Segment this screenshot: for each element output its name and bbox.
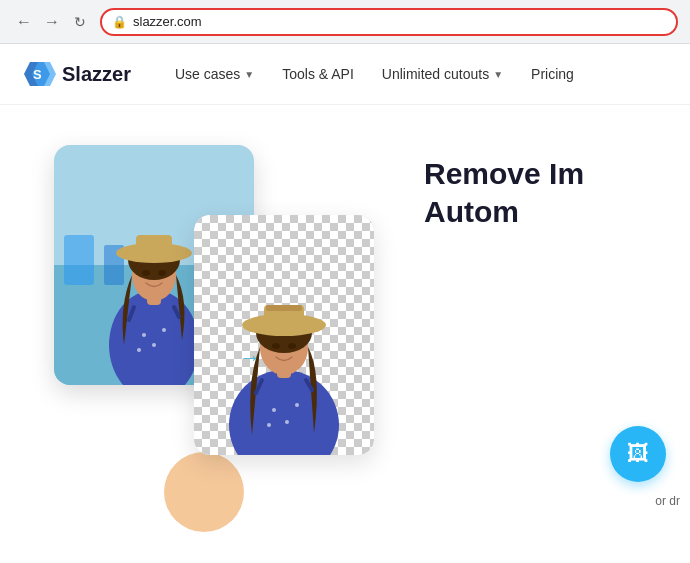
chevron-down-icon-2: ▼ bbox=[493, 69, 503, 80]
chevron-down-icon: ▼ bbox=[244, 69, 254, 80]
site-nav: S Slazzer Use cases ▼ Tools & API Unlimi… bbox=[0, 44, 690, 105]
svg-rect-8 bbox=[64, 235, 94, 285]
svg-point-40 bbox=[288, 343, 296, 349]
svg-point-30 bbox=[285, 420, 289, 424]
browser-nav-buttons: ← → ↻ bbox=[12, 10, 92, 34]
browser-chrome: ← → ↻ 🔒 slazzer.com bbox=[0, 0, 690, 44]
nav-use-cases-label: Use cases bbox=[175, 66, 240, 82]
svg-point-21 bbox=[142, 270, 150, 276]
upload-button[interactable]: 🖼 bbox=[610, 426, 666, 482]
upload-icon: 🖼 bbox=[627, 441, 649, 467]
nav-tools-api-label: Tools & API bbox=[282, 66, 354, 82]
nav-pricing-label: Pricing bbox=[531, 66, 574, 82]
nav-unlimited-cutouts-label: Unlimited cutouts bbox=[382, 66, 489, 82]
forward-button[interactable]: → bbox=[40, 10, 64, 34]
lock-icon: 🔒 bbox=[112, 15, 127, 29]
transition-arrow: → bbox=[239, 345, 261, 371]
svg-point-15 bbox=[137, 348, 141, 352]
nav-unlimited-cutouts[interactable]: Unlimited cutouts ▼ bbox=[370, 60, 515, 88]
svg-text:S: S bbox=[33, 67, 42, 82]
hero-title-line2: Autom bbox=[424, 195, 519, 228]
hero-text: Remove Im Autom bbox=[404, 135, 666, 562]
back-button[interactable]: ← bbox=[12, 10, 36, 34]
logo-text: Slazzer bbox=[62, 63, 131, 86]
svg-rect-38 bbox=[266, 305, 302, 311]
svg-rect-20 bbox=[136, 235, 172, 255]
website-content: S Slazzer Use cases ▼ Tools & API Unlimi… bbox=[0, 44, 690, 563]
url-text: slazzer.com bbox=[133, 14, 202, 29]
cutout-image-card bbox=[194, 215, 374, 455]
svg-point-29 bbox=[272, 408, 276, 412]
svg-point-13 bbox=[152, 343, 156, 347]
hero-section: → bbox=[0, 105, 690, 562]
nav-links: Use cases ▼ Tools & API Unlimited cutout… bbox=[163, 60, 586, 88]
or-drop-label: or dr bbox=[655, 494, 680, 508]
nav-tools-api[interactable]: Tools & API bbox=[270, 60, 366, 88]
svg-point-31 bbox=[295, 403, 299, 407]
decorative-circle bbox=[164, 452, 244, 532]
address-bar[interactable]: 🔒 slazzer.com bbox=[100, 8, 678, 36]
svg-point-12 bbox=[142, 333, 146, 337]
nav-pricing[interactable]: Pricing bbox=[519, 60, 586, 88]
hero-title-line1: Remove Im bbox=[424, 157, 584, 190]
logo-area[interactable]: S Slazzer bbox=[24, 58, 131, 90]
hero-images: → bbox=[24, 135, 404, 562]
hero-title: Remove Im Autom bbox=[424, 155, 666, 230]
slazzer-logo-icon: S bbox=[24, 58, 56, 90]
svg-point-14 bbox=[162, 328, 166, 332]
svg-point-22 bbox=[158, 270, 166, 276]
svg-point-32 bbox=[267, 423, 271, 427]
nav-use-cases[interactable]: Use cases ▼ bbox=[163, 60, 266, 88]
refresh-button[interactable]: ↻ bbox=[68, 10, 92, 34]
svg-point-39 bbox=[272, 343, 280, 349]
